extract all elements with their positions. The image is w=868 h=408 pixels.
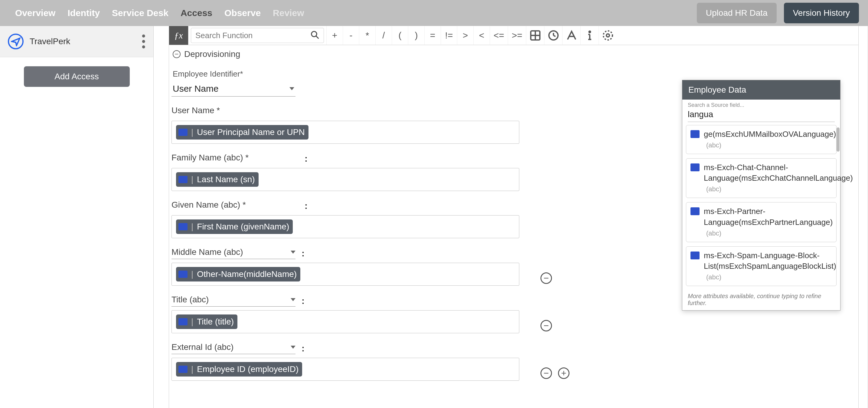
sidebar: TravelPerk ••• Add Access <box>0 26 154 408</box>
op-multiply[interactable]: * <box>359 26 375 45</box>
source-icon <box>179 318 187 325</box>
user-name-pill-text: User Principal Name or UPN <box>197 127 305 137</box>
middle-name-select[interactable]: Middle Name (abc) <box>172 247 296 259</box>
source-icon <box>690 207 700 215</box>
colon: : <box>305 201 308 211</box>
search-function-input[interactable] <box>195 31 307 40</box>
top-nav: Overview Identity Service Desk Access Ob… <box>6 8 697 18</box>
scrollbar-thumb[interactable] <box>837 127 840 152</box>
chevron-down-icon <box>289 87 294 90</box>
user-name-label: User Name * <box>172 106 299 117</box>
operator-group: + - * / ( ) = != > < <= >= <box>326 26 617 45</box>
source-icon <box>179 270 187 278</box>
user-name-pill[interactable]: | User Principal Name or UPN <box>176 125 309 140</box>
title-select[interactable]: Title (abc) <box>172 295 296 307</box>
employee-data-panel: Employee Data Search a Source field... g… <box>682 80 840 311</box>
formula-bar: ƒx + - * / ( ) = != <box>169 26 858 45</box>
op-plus[interactable]: + <box>326 26 343 45</box>
add-access-button[interactable]: Add Access <box>24 66 130 87</box>
title-input[interactable]: | Title (title) <box>172 310 519 333</box>
middle-name-label: Middle Name (abc) <box>172 247 243 257</box>
op-divide[interactable]: / <box>375 26 392 45</box>
op-minus[interactable]: - <box>343 26 359 45</box>
remove-row-button[interactable]: − <box>540 320 552 331</box>
nav-observe[interactable]: Observe <box>224 8 261 18</box>
deprovisioning-row: − Deprovisioning <box>169 45 858 66</box>
title-pill-text: Title (title) <box>197 317 234 327</box>
search-icon[interactable] <box>310 30 319 40</box>
abc-tag: (abc) <box>704 141 721 149</box>
op-lt[interactable]: < <box>473 26 490 45</box>
given-name-label: Given Name (abc) * <box>172 200 299 211</box>
kebab-menu-icon[interactable]: ••• <box>142 33 146 50</box>
op-rparen[interactable]: ) <box>408 26 424 45</box>
op-neq[interactable]: != <box>441 26 457 45</box>
op-gt[interactable]: > <box>457 26 473 45</box>
add-row-button[interactable]: + <box>558 368 569 379</box>
result-item[interactable]: ms-Exch-Chat-Channel-Language(msExchChat… <box>686 158 837 198</box>
employee-identifier-value: User Name <box>173 84 219 94</box>
external-id-pill-text: Employee ID (employeeID) <box>197 365 299 374</box>
employee-search-label: Search a Source field... <box>682 99 840 108</box>
nav-overview[interactable]: Overview <box>15 8 55 18</box>
external-id-label: External Id (abc) <box>172 342 234 352</box>
info-icon[interactable] <box>580 26 598 45</box>
settings-icon[interactable] <box>598 26 617 45</box>
remove-row-button[interactable]: − <box>540 368 552 379</box>
clock-icon[interactable] <box>544 26 562 45</box>
result-text: ge(msExchUMMailboxOVALanguage) <box>704 129 836 139</box>
result-item[interactable]: ms-Exch-Partner-Language(msExchPartnerLa… <box>686 202 837 242</box>
title-pill[interactable]: | Title (title) <box>176 315 238 329</box>
field-external-id: External Id (abc) : | Employee ID (emplo… <box>172 339 856 387</box>
family-name-pill-text: Last Name (sn) <box>197 175 255 184</box>
employee-identifier-select[interactable]: User Name <box>172 81 296 96</box>
external-id-pill[interactable]: | Employee ID (employeeID) <box>176 362 302 377</box>
search-function-box[interactable] <box>191 28 324 43</box>
op-lparen[interactable]: ( <box>392 26 408 45</box>
source-icon <box>179 176 187 183</box>
family-name-pill[interactable]: | Last Name (sn) <box>176 172 258 187</box>
colon: : <box>305 153 308 164</box>
abc-tag: (abc) <box>704 273 721 281</box>
middle-name-pill[interactable]: | Other-Name(middleName) <box>176 267 300 282</box>
svg-line-1 <box>316 36 319 39</box>
travelperk-icon <box>8 34 24 49</box>
external-id-input[interactable]: | Employee ID (employeeID) <box>172 358 519 381</box>
integration-row[interactable]: TravelPerk ••• <box>0 26 153 57</box>
collapse-icon[interactable]: − <box>173 50 181 58</box>
nav-identity[interactable]: Identity <box>67 8 100 18</box>
employee-search-input[interactable] <box>688 108 835 122</box>
nav-access[interactable]: Access <box>181 8 212 18</box>
nav-service-desk[interactable]: Service Desk <box>112 8 168 18</box>
result-item[interactable]: ms-Exch-Spam-Language-Block-List(msExchS… <box>686 246 837 286</box>
user-name-input[interactable]: | User Principal Name or UPN <box>172 121 519 144</box>
source-icon <box>690 164 700 171</box>
remove-row-button[interactable]: − <box>540 272 552 284</box>
external-id-select[interactable]: External Id (abc) <box>172 342 296 354</box>
result-text: ms-Exch-Partner-Language(msExchPartnerLa… <box>704 207 833 226</box>
middle-name-pill-text: Other-Name(middleName) <box>197 269 297 279</box>
nav-review[interactable]: Review <box>273 8 304 18</box>
result-item[interactable]: ge(msExchUMMailboxOVALanguage) (abc) <box>686 125 837 154</box>
calculator-icon[interactable] <box>526 26 544 45</box>
svg-line-7 <box>554 35 556 36</box>
op-eq[interactable]: = <box>424 26 441 45</box>
chevron-down-icon <box>291 251 296 254</box>
op-gte[interactable]: >= <box>508 26 526 45</box>
upload-hr-data-button[interactable]: Upload HR Data <box>697 3 777 23</box>
deprovisioning-label: Deprovisioning <box>184 49 240 59</box>
family-name-input[interactable]: | Last Name (sn) <box>172 168 519 191</box>
top-bar: Overview Identity Service Desk Access Ob… <box>0 0 868 26</box>
given-name-input[interactable]: | First Name (givenName) <box>172 215 519 238</box>
text-icon[interactable] <box>562 26 580 45</box>
source-icon <box>690 130 700 138</box>
fx-icon[interactable]: ƒx <box>169 26 188 45</box>
given-name-pill[interactable]: | First Name (givenName) <box>176 220 293 234</box>
middle-name-input[interactable]: | Other-Name(middleName) <box>172 263 519 286</box>
source-icon <box>690 252 700 259</box>
version-history-button[interactable]: Version History <box>784 3 859 23</box>
given-name-pill-text: First Name (givenName) <box>197 222 289 232</box>
svg-point-14 <box>607 34 610 37</box>
op-lte[interactable]: <= <box>490 26 508 45</box>
chevron-down-icon <box>291 346 296 349</box>
